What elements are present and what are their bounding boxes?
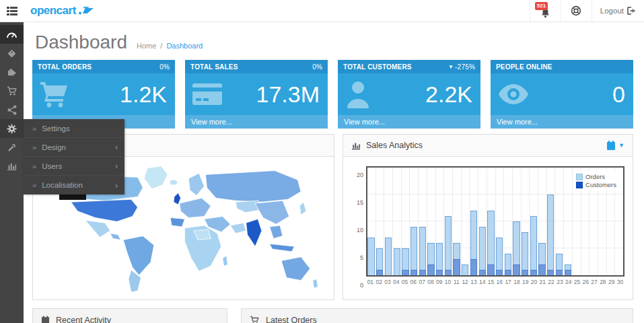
- sidebar-item-system[interactable]: [0, 119, 24, 138]
- chart-x-tick: 27: [590, 279, 599, 285]
- map-country: [170, 217, 184, 227]
- tile-value: 2.2K: [425, 81, 472, 108]
- chart-slot: [522, 168, 530, 275]
- view-more-link[interactable]: View more...: [497, 118, 538, 126]
- tile-people-online: PEOPLE ONLINE 0 View more...: [491, 60, 633, 129]
- map-country: [255, 201, 289, 224]
- map-country: [270, 244, 295, 252]
- orders-bar: [385, 238, 392, 275]
- sidebar-item-dashboard[interactable]: [0, 25, 24, 44]
- logout-button[interactable]: Logout: [592, 0, 644, 22]
- menu-item-design[interactable]: » Design ›: [24, 138, 124, 157]
- chevron-right-icon: ›: [115, 161, 118, 171]
- tile-value: 0: [612, 81, 625, 108]
- chart-x-tick: 10: [443, 279, 452, 285]
- chart-x-tick: 07: [418, 279, 427, 285]
- menu-item-users[interactable]: » Users ›: [24, 157, 124, 176]
- chart-x-tick: 13: [470, 279, 478, 285]
- map-country: [270, 225, 283, 238]
- latest-orders-panel: Latest Orders: [241, 308, 633, 323]
- customers-bar: [538, 264, 545, 275]
- chevron-right-icon: ›: [115, 180, 118, 190]
- chart-x-tick: 20: [530, 279, 538, 285]
- customers-bar: [419, 270, 426, 275]
- sidebar-item-marketing[interactable]: [0, 100, 24, 119]
- customers-bar: [410, 270, 417, 275]
- tile-label: TOTAL CUSTOMERS: [343, 63, 412, 71]
- menu-item-localisation[interactable]: » Localisation ›: [24, 176, 124, 194]
- view-more-link[interactable]: View more...: [191, 118, 232, 126]
- calendar-icon: [606, 141, 616, 150]
- chart-slot: [530, 168, 538, 275]
- orders-bar: [479, 227, 486, 275]
- calendar-icon: [41, 316, 50, 323]
- chart-x-tick: 15: [487, 279, 495, 285]
- map-country: [170, 180, 178, 185]
- menu-toggle-button[interactable]: [0, 0, 24, 22]
- map-country: [71, 199, 138, 221]
- map-country: [110, 234, 121, 240]
- opencart-logo[interactable]: opencart: [30, 0, 94, 22]
- tile-percent: 0%: [312, 63, 322, 71]
- legend-customers: Customers: [576, 181, 616, 188]
- puzzle-piece-icon: [7, 67, 17, 77]
- sales-chart-body: Orders Customers 01020304050607080910111…: [343, 157, 633, 285]
- chart-x-tick: 24: [564, 279, 573, 285]
- notification-badge: 521: [535, 2, 548, 10]
- chart-x-tick: 11: [452, 279, 461, 285]
- chart-x-tick: 03: [384, 279, 392, 285]
- customers-bar: [376, 270, 383, 275]
- customers-bar: [427, 264, 434, 275]
- breadcrumb-current[interactable]: Dashboard: [166, 42, 203, 50]
- chart-x-tick: 29: [607, 279, 616, 285]
- chart-slot: [367, 168, 376, 275]
- caret-down-icon: ▼: [448, 64, 454, 70]
- cart-icon: [7, 86, 17, 96]
- chart-plot-area: Orders Customers: [366, 166, 624, 277]
- orders-bar: [462, 264, 468, 275]
- chart-y-tick: 20: [350, 172, 363, 178]
- chart-slot: [393, 168, 402, 275]
- map-country: [313, 279, 318, 289]
- sidebar-item-catalog[interactable]: [0, 44, 24, 63]
- tile-value: 1.2K: [120, 81, 167, 108]
- chart-slot: [478, 168, 487, 275]
- map-country: [188, 173, 204, 195]
- map-country: [246, 219, 262, 246]
- sales-analytics-panel: Sales Analytics ▼: [343, 134, 633, 300]
- shopping-cart-icon: [39, 80, 70, 108]
- wrench-icon: [7, 143, 17, 153]
- system-flyout-menu: » Settings » Design › » Users › » Locali…: [24, 119, 124, 194]
- sidebar-item-extensions[interactable]: [0, 63, 24, 81]
- help-button[interactable]: [561, 0, 592, 22]
- legend-orders: Orders: [576, 173, 616, 180]
- sidebar-item-sales[interactable]: [0, 81, 24, 100]
- breadcrumb-home[interactable]: Home: [137, 42, 156, 50]
- chart-x-tick: 26: [581, 279, 590, 285]
- map-country: [174, 193, 181, 205]
- notifications-button[interactable]: 521: [530, 0, 561, 22]
- date-range-button[interactable]: ▼: [606, 141, 624, 150]
- chart-slot: [547, 168, 556, 275]
- tile-label: TOTAL SALES: [190, 63, 238, 71]
- sidebar-item-tools[interactable]: [0, 138, 24, 157]
- map-country: [123, 236, 154, 275]
- sidebar-item-reports[interactable]: [0, 157, 24, 176]
- view-more-link[interactable]: View more...: [344, 118, 385, 126]
- orders-bar: [547, 194, 554, 275]
- customers-bar: [470, 259, 477, 275]
- share-icon: [7, 105, 17, 115]
- logout-label: Logout: [600, 7, 624, 15]
- customers-bar: [565, 270, 571, 275]
- menu-item-settings[interactable]: » Settings: [24, 119, 124, 138]
- chart-slot: [427, 168, 436, 275]
- map-country: [223, 256, 228, 266]
- chart-x-tick: 22: [547, 279, 556, 285]
- recent-activity-header: Recent Activity: [33, 309, 227, 323]
- chart-slot: [376, 168, 385, 275]
- chart-x-tick: 16: [495, 279, 504, 285]
- stat-tiles: TOTAL ORDERS 0% 1.2K View more...: [32, 60, 633, 129]
- chart-y-tick: 0: [350, 282, 363, 289]
- chart-x-tick: 21: [538, 279, 547, 285]
- logo-cart-icon: [78, 5, 94, 15]
